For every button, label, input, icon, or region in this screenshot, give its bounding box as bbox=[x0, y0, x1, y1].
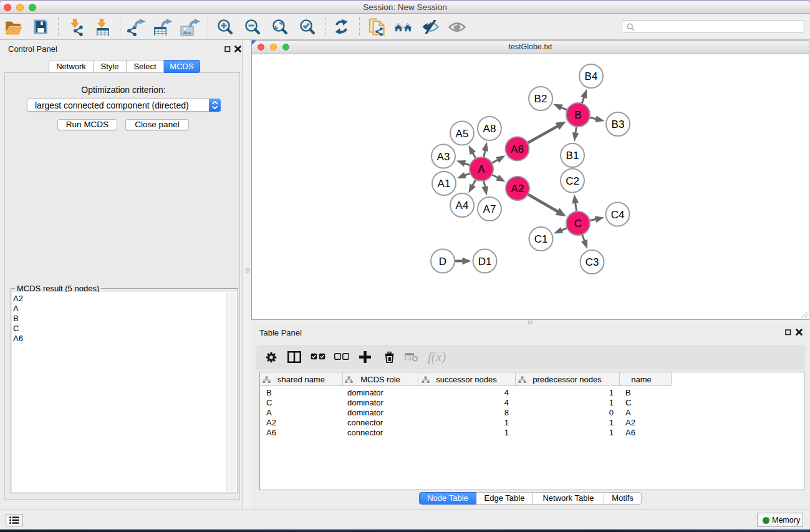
svg-text:A8: A8 bbox=[483, 123, 496, 135]
svg-text:B1: B1 bbox=[566, 150, 579, 162]
svg-text:B2: B2 bbox=[534, 93, 547, 105]
svg-text:C2: C2 bbox=[566, 175, 579, 187]
svg-text:D1: D1 bbox=[478, 256, 492, 268]
svg-text:D: D bbox=[439, 256, 446, 268]
svg-text:B3: B3 bbox=[612, 118, 625, 130]
svg-text:C: C bbox=[574, 218, 582, 230]
svg-text:C1: C1 bbox=[534, 233, 548, 245]
svg-text:A5: A5 bbox=[456, 128, 469, 140]
svg-text:A1: A1 bbox=[438, 178, 451, 190]
svg-text:A7: A7 bbox=[483, 203, 496, 215]
svg-text:A3: A3 bbox=[437, 151, 450, 163]
svg-text:A4: A4 bbox=[456, 200, 469, 211]
svg-text:A: A bbox=[478, 163, 485, 175]
svg-text:B: B bbox=[574, 109, 581, 121]
svg-text:C4: C4 bbox=[611, 209, 625, 221]
svg-text:B4: B4 bbox=[585, 70, 598, 82]
svg-text:A2: A2 bbox=[511, 183, 524, 195]
svg-text:C3: C3 bbox=[586, 256, 599, 268]
svg-text:A6: A6 bbox=[511, 143, 524, 155]
